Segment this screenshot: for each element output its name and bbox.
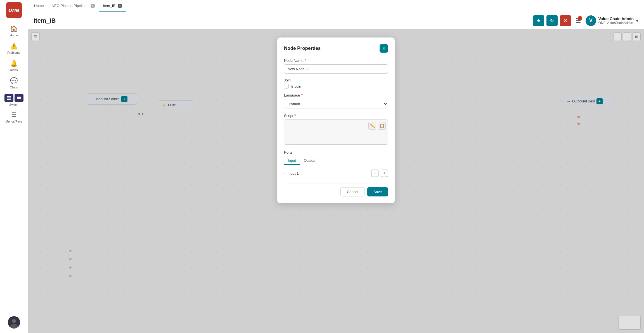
svg-point-6 <box>12 319 16 323</box>
user-avatar-sidebar[interactable] <box>8 316 20 329</box>
tab-home[interactable]: Home <box>30 0 48 12</box>
svg-rect-1 <box>7 98 11 99</box>
port-add-button[interactable]: + <box>381 170 388 177</box>
alerts-icon: 🔔 <box>10 60 18 67</box>
port-name-1: Input 1 <box>288 171 369 175</box>
sidebar-item-menus-label: Menus/Favs <box>6 120 22 123</box>
user-avatar: V <box>586 15 596 26</box>
problems-icon: ⚠️ <box>10 43 18 50</box>
refresh-button[interactable]: ↻ <box>546 15 558 26</box>
user-name: Value Chain Admin <box>598 17 634 21</box>
user-dropdown-arrow[interactable]: ▾ <box>636 18 638 24</box>
is-join-label: Is Join <box>291 84 301 88</box>
node-name-group: Node Name * <box>284 58 388 74</box>
user-details: Value Chain Admin ONEIValueChainAdmin <box>598 17 634 25</box>
close-icon: ✕ <box>563 18 567 24</box>
refresh-icon: ↻ <box>550 18 554 24</box>
port-tab-output[interactable]: Output <box>300 157 319 165</box>
close-button[interactable]: ✕ <box>560 15 571 26</box>
modal-title: Node Properties <box>284 46 321 51</box>
sidebar-item-alerts-label: Alerts <box>10 68 18 72</box>
home-icon: 🏠 <box>10 25 18 32</box>
sidebar-item-chats[interactable]: 💬 Chats <box>0 74 28 92</box>
join-label: Join <box>284 78 388 82</box>
port-remove-button[interactable]: − <box>371 170 378 177</box>
svg-rect-3 <box>17 97 19 99</box>
star-icon: ★ <box>536 18 541 24</box>
is-join-group: Is Join <box>284 84 388 88</box>
notification-badge: 1 <box>578 16 582 20</box>
node-properties-modal: Node Properties ✕ Node Name * Join <box>277 37 395 203</box>
menus-icon: ☰ <box>11 111 17 119</box>
sidebar-item-menus[interactable]: ☰ Menus/Favs <box>0 109 28 126</box>
modal-header: Node Properties ✕ <box>284 44 388 53</box>
switch-icon-1 <box>4 94 13 102</box>
tab-home-label: Home <box>34 4 44 8</box>
user-info: V Value Chain Admin ONEIValueChainAdmin … <box>586 15 638 26</box>
join-group: Join Is Join <box>284 78 388 88</box>
canvas-area[interactable]: ☰ − + ⊞ → Inbound Source + ⚡ Filter → Ou… <box>28 29 644 333</box>
sidebar-item-home-label: Home <box>10 34 18 37</box>
svg-rect-0 <box>7 96 11 97</box>
sidebar-item-chats-label: Chats <box>10 86 18 89</box>
sidebar-item-switch[interactable]: Switch <box>0 92 28 109</box>
switch-icon-2 <box>15 94 23 102</box>
port-row-1: › Input 1 − + <box>284 168 388 178</box>
star-button[interactable]: ★ <box>533 15 544 26</box>
language-select[interactable]: Python JavaScript Java C# <box>284 99 388 109</box>
modal-close-button[interactable]: ✕ <box>380 44 388 53</box>
script-area: ✏️ 📋 <box>284 119 388 146</box>
required-star-script: * <box>294 113 296 118</box>
page-header: Item_IB ★ ↻ ✕ ☰ 1 V Value Chain Admin ON… <box>28 12 644 29</box>
svg-rect-2 <box>7 99 11 100</box>
cancel-button[interactable]: Cancel <box>340 187 364 196</box>
modal-overlay: Node Properties ✕ Node Name * Join <box>28 29 644 333</box>
main-content: Home NEO Plasma Pipelines ✕ Item_IB ✕ It… <box>28 0 644 333</box>
header-actions: ★ ↻ ✕ ☰ 1 V Value Chain Admin ONEIValueC… <box>533 15 638 26</box>
tab-item-ib[interactable]: Item_IB ✕ <box>99 0 126 12</box>
language-group: Language * Python JavaScript Java C# <box>284 93 388 109</box>
script-icons: ✏️ 📋 <box>368 122 386 130</box>
sidebar-item-problems-label: Problems <box>7 51 20 54</box>
page-title: Item_IB <box>34 17 533 24</box>
required-star-lang: * <box>301 93 303 97</box>
svg-rect-4 <box>19 97 21 99</box>
modal-footer: Cancel Save <box>284 184 388 196</box>
app-logo[interactable]: one <box>6 2 22 18</box>
user-role: ONEIValueChainAdmin <box>598 21 634 25</box>
ports-label: Ports <box>284 150 388 154</box>
modal-close-icon: ✕ <box>382 46 386 51</box>
sidebar: one 🏠 Home ⚠️ Problems 🔔 Alerts 💬 Chats … <box>0 0 28 333</box>
script-label: Script * <box>284 113 388 118</box>
port-tab-input[interactable]: Input <box>284 157 300 165</box>
node-name-input[interactable] <box>284 64 388 74</box>
save-button[interactable]: Save <box>367 187 388 196</box>
language-label: Language * <box>284 93 388 97</box>
is-join-checkbox[interactable] <box>284 84 288 88</box>
sidebar-item-switch-label: Switch <box>9 103 18 106</box>
ports-section: Ports Input Output › Input 1 − + <box>284 150 388 178</box>
logo-text: one <box>8 6 19 14</box>
node-name-label: Node Name * <box>284 58 388 63</box>
tab-bar: Home NEO Plasma Pipelines ✕ Item_IB ✕ <box>28 0 644 12</box>
tab-neo[interactable]: NEO Plasma Pipelines ✕ <box>48 0 99 12</box>
tab-neo-label: NEO Plasma Pipelines <box>52 4 89 8</box>
script-copy-button[interactable]: 📋 <box>378 122 386 130</box>
tab-item-ib-close[interactable]: ✕ <box>118 4 122 8</box>
tab-neo-close[interactable]: ✕ <box>91 4 95 8</box>
script-edit-button[interactable]: ✏️ <box>368 122 376 130</box>
sidebar-item-alerts[interactable]: 🔔 Alerts <box>0 57 28 74</box>
sidebar-item-problems[interactable]: ⚠️ Problems <box>0 40 28 57</box>
script-group: Script * ✏️ 📋 <box>284 113 388 146</box>
sidebar-item-home[interactable]: 🏠 Home <box>0 22 28 40</box>
avatar-image <box>8 316 20 329</box>
chats-icon: 💬 <box>10 77 18 85</box>
port-chevron[interactable]: › <box>284 171 285 175</box>
switch-icons <box>4 94 23 102</box>
ports-tabs: Input Output <box>284 157 388 165</box>
tab-item-ib-label: Item_IB <box>103 4 115 8</box>
menu-button[interactable]: ☰ 1 <box>576 17 581 24</box>
required-star-name: * <box>304 58 306 63</box>
